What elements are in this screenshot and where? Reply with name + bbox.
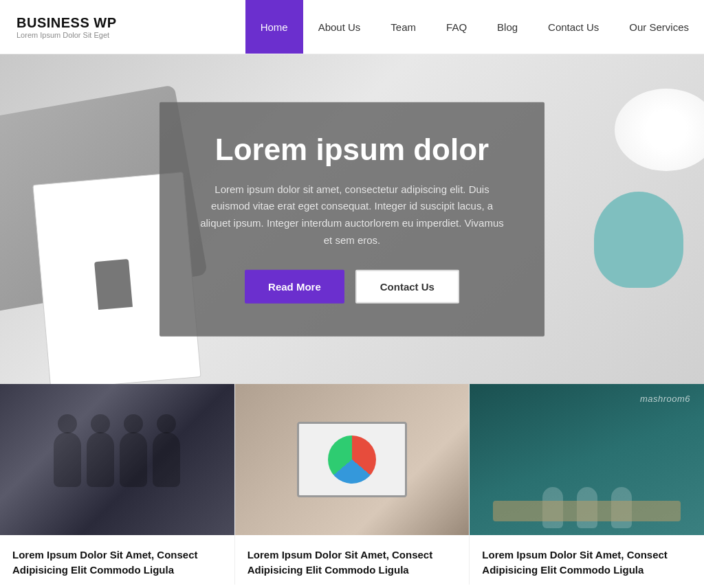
card-1: Lorem Ipsum Dolor Sit Amet, Consect Adip… <box>0 384 235 585</box>
navbar: BUSINESS WP Lorem Ipsum Dolor Sit Eget H… <box>0 0 704 54</box>
card-3-title: Lorem Ipsum Dolor Sit Amet, Consect Adip… <box>482 547 692 578</box>
hero-overlay: Lorem ipsum dolor Lorem ipsum dolor sit … <box>160 102 544 337</box>
nav-item-faq[interactable]: FAQ <box>431 0 482 54</box>
sign-text: mashroom6 <box>640 394 690 404</box>
card-3: mashroom6 Lorem Ipsum Dolor Sit Amet, Co… <box>470 384 704 585</box>
desk-clip-decoration <box>94 259 133 310</box>
card-2: Lorem Ipsum Dolor Sit Amet, Consect Adip… <box>235 384 470 585</box>
card-2-title: Lorem Ipsum Dolor Sit Amet, Consect Adip… <box>248 547 457 578</box>
hero-title: Lorem ipsum dolor <box>197 133 507 168</box>
nav-item-contact[interactable]: Contact Us <box>533 0 614 54</box>
card-3-body: Lorem Ipsum Dolor Sit Amet, Consect Adip… <box>470 535 704 585</box>
nav-item-about[interactable]: About Us <box>303 0 376 54</box>
person-3 <box>120 432 147 487</box>
laptop-screen <box>297 422 407 497</box>
brand-title: BUSINESS WP <box>16 15 121 31</box>
card-3-image: mashroom6 <box>470 384 704 535</box>
person-2 <box>87 432 114 487</box>
nav-item-home[interactable]: Home <box>245 0 303 54</box>
card-2-silhouette <box>235 384 470 535</box>
card-1-silhouette <box>0 384 234 535</box>
hero-description: Lorem ipsum dolor sit amet, consectetur … <box>197 181 507 249</box>
brand-subtitle: Lorem Ipsum Dolor Sit Eget <box>16 31 121 39</box>
brand: BUSINESS WP Lorem Ipsum Dolor Sit Eget <box>0 15 138 39</box>
card-1-body: Lorem Ipsum Dolor Sit Amet, Consect Adip… <box>0 535 234 585</box>
read-more-button[interactable]: Read More <box>245 269 344 303</box>
pie-chart <box>328 436 376 484</box>
person-1 <box>54 432 81 487</box>
card-1-image <box>0 384 234 535</box>
meeting-scene: mashroom6 <box>470 384 704 535</box>
person-4 <box>153 432 180 487</box>
card-2-image <box>235 384 470 535</box>
nav-item-team[interactable]: Team <box>375 0 431 54</box>
card-2-body: Lorem Ipsum Dolor Sit Amet, Consect Adip… <box>235 535 470 585</box>
nav-links: Home About Us Team FAQ Blog Contact Us O… <box>245 0 704 54</box>
nav-item-blog[interactable]: Blog <box>482 0 533 54</box>
nav-item-services[interactable]: Our Services <box>614 0 704 54</box>
meeting-table <box>493 501 681 521</box>
desk-teapot-decoration <box>594 192 683 288</box>
hero-section: Lorem ipsum dolor Lorem ipsum dolor sit … <box>0 54 704 384</box>
contact-us-button[interactable]: Contact Us <box>355 269 459 303</box>
cards-section: Lorem Ipsum Dolor Sit Amet, Consect Adip… <box>0 384 704 585</box>
card-1-title: Lorem Ipsum Dolor Sit Amet, Consect Adip… <box>12 547 222 578</box>
hero-buttons: Read More Contact Us <box>197 269 507 303</box>
